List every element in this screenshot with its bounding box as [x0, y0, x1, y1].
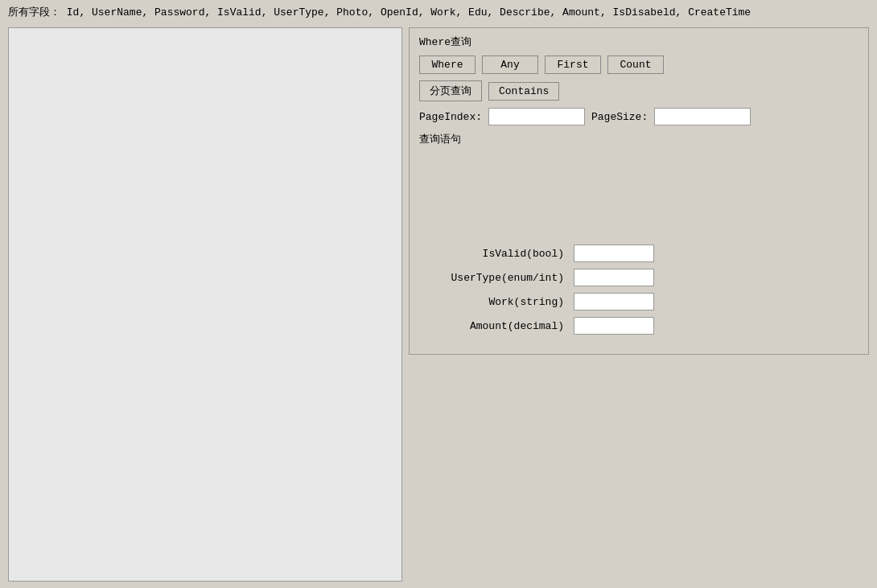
main-content: Where查询 Where Any First Count 分页查询 Conta…: [0, 24, 877, 585]
page-size-label: PageSize:: [591, 111, 648, 123]
query-text-area: [419, 151, 858, 232]
usertype-input[interactable]: [574, 269, 654, 286]
left-panel: [8, 27, 402, 582]
amount-input[interactable]: [574, 317, 654, 335]
count-button[interactable]: Count: [607, 56, 664, 74]
page-index-input[interactable]: [488, 108, 585, 125]
where-section-title: Where查询: [419, 35, 858, 49]
usertype-label: UserType(enum/int): [419, 272, 564, 284]
field-row-usertype: UserType(enum/int): [419, 269, 858, 286]
contains-button[interactable]: Contains: [488, 82, 559, 101]
first-button[interactable]: First: [545, 56, 601, 74]
secondary-button-row: 分页查询 Contains: [419, 80, 858, 101]
field-row-work: Work(string): [419, 293, 858, 310]
paged-query-button[interactable]: 分页查询: [419, 80, 482, 101]
field-row-isvalid: IsValid(bool): [419, 245, 858, 262]
page-size-input[interactable]: [654, 108, 751, 125]
fields-list: Id, UserName, Password, IsValid, UserTyp…: [67, 6, 751, 19]
work-label: Work(string): [419, 296, 564, 308]
where-section: Where查询 Where Any First Count 分页查询 Conta…: [409, 27, 869, 355]
pagination-row: PageIndex: PageSize:: [419, 108, 858, 125]
page-index-label: PageIndex:: [419, 111, 482, 123]
primary-button-row: Where Any First Count: [419, 56, 858, 74]
top-bar: 所有字段： Id, UserName, Password, IsValid, U…: [0, 0, 877, 24]
amount-label: Amount(decimal): [419, 320, 564, 332]
work-input[interactable]: [574, 293, 654, 310]
fields-label: 所有字段：: [8, 6, 60, 19]
right-panel: Where查询 Where Any First Count 分页查询 Conta…: [409, 27, 869, 582]
where-button[interactable]: Where: [419, 56, 476, 74]
query-sentence-label: 查询语句: [419, 132, 858, 146]
field-row-amount: Amount(decimal): [419, 317, 858, 335]
field-rows-container: IsValid(bool) UserType(enum/int) Work(st…: [419, 245, 858, 335]
any-button[interactable]: Any: [482, 56, 538, 74]
isvalid-input[interactable]: [574, 245, 654, 262]
isvalid-label: IsValid(bool): [419, 248, 564, 260]
